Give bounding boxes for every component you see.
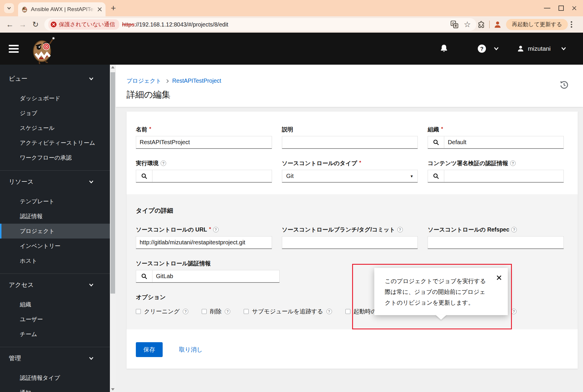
sidebar-group-views[interactable]: ビュー [0,72,110,85]
required-asterisk: * [441,126,443,132]
organization-input[interactable] [444,136,563,148]
nav-toggle-icon[interactable] [9,45,19,53]
sidebar-item-users[interactable]: ユーザー [0,312,110,327]
restart-to-update-button[interactable]: 再起動して更新する [506,19,568,30]
scm-url-label: ソースコントロールの URL [136,226,207,234]
help-icon[interactable]: ? [511,227,517,232]
revision-update-popover: このプロジェクトでジョブを実行する際は常に、ジョブの開始前にプロジェクトのリビジ… [374,268,508,315]
browser-window: Ansible AWX | RestAPITestProje + ← → ↻ 保… [0,0,583,392]
browser-menu-icon[interactable] [571,21,572,28]
track-submodules-checkbox[interactable] [244,309,249,314]
help-caret-icon[interactable] [494,47,499,50]
sidebar-item-credentials[interactable]: 認証情報 [0,209,110,224]
popover-close-icon[interactable] [496,275,502,281]
scm-branch-input[interactable] [282,236,418,248]
organization-label: 組織 [428,126,439,133]
field-organization: 組織* [428,126,564,149]
breadcrumb-projects-link[interactable]: プロジェクト [127,77,161,85]
sidebar-item-teams[interactable]: チーム [0,327,110,342]
help-icon[interactable]: ? [475,42,489,55]
update-revision-on-launch-checkbox[interactable] [345,309,350,314]
sidebar-item-hosts[interactable]: ホスト [0,253,110,268]
sidebar-group-label: ビュー [9,75,27,83]
help-icon[interactable]: ? [161,160,166,166]
execution-environment-input[interactable] [152,170,272,182]
sidebar-item-notifications[interactable]: 通知 [0,385,110,392]
scrollbar-up-arrow[interactable] [110,65,116,70]
name-input[interactable] [136,136,272,148]
sidebar-item-activity-stream[interactable]: アクティビティーストリーム [0,135,110,150]
scm-credential-label: ソースコントロール認証情報 [136,259,211,267]
sidebar-item-workflow-approvals[interactable]: ワークフローの承認 [0,150,110,165]
translate-icon[interactable]: G [449,20,459,29]
clean-checkbox[interactable] [136,309,141,314]
sidebar-item-templates[interactable]: テンプレート [0,194,110,209]
scm-url-input[interactable] [136,236,272,248]
scrollbar-down-arrow[interactable] [110,387,116,392]
scrollbar-thumb[interactable] [110,72,115,294]
back-button[interactable]: ← [3,18,16,31]
browser-tab[interactable]: Ansible AWX | RestAPITestProje [18,2,106,16]
help-icon[interactable]: ? [510,160,516,166]
help-icon[interactable]: ? [511,309,517,314]
sidebar-item-credential-types[interactable]: 認証情報タイプ [0,370,110,385]
sidebar-item-inventories[interactable]: インベントリー [0,239,110,253]
minimize-icon[interactable] [544,8,550,9]
sidebar-item-projects[interactable]: プロジェクト [0,224,110,239]
security-chip-label: 保護されていない通信 [59,21,115,28]
sidebar-scrollbar[interactable] [110,65,116,392]
description-input[interactable] [282,136,418,148]
sidebar-item-jobs[interactable]: ジョブ [0,106,110,121]
cancel-button[interactable]: 取り消し [179,346,203,354]
tab-close-icon[interactable] [97,7,102,12]
help-icon[interactable]: ? [183,309,188,314]
sidebar-group-resources[interactable]: リソース [0,175,110,188]
help-icon[interactable]: ? [225,309,230,314]
scm-refspec-input[interactable] [428,236,563,248]
scm-credential-search-icon[interactable] [136,270,152,282]
window-controls [544,6,583,11]
field-scm-type: ソースコントロールのタイプ* Git ▾ [282,159,418,183]
field-scm-refspec: ソースコントロールの Refspec? [428,226,564,249]
security-chip[interactable]: 保護されていない通信 [48,19,119,30]
awx-mascot-logo [31,36,56,64]
sidebar-item-schedules[interactable]: スケジュール [0,121,110,135]
sidebar-divider [0,273,110,274]
sidebar-item-organizations[interactable]: 組織 [0,297,110,312]
bookmark-star-icon[interactable]: ☆ [462,20,472,29]
forward-button[interactable]: → [16,18,29,31]
sidebar-item-dashboard[interactable]: ダッシュボード [0,91,110,106]
save-button[interactable]: 保存 [136,342,163,357]
scm-type-select[interactable]: Git ▾ [282,170,418,183]
breadcrumb-project-name-link[interactable]: RestAPITestProject [172,77,221,84]
scm-type-label: ソースコントロールのタイプ [282,159,357,167]
address-bar[interactable]: 保護されていない通信 https://192.168.1.12:8043/#/p… [44,18,476,31]
type-details-heading: タイプの詳細 [136,206,564,215]
maximize-icon[interactable] [559,6,564,11]
signature-credential-search-icon[interactable] [428,170,444,182]
new-tab-button[interactable]: + [111,4,116,13]
notifications-bell-icon[interactable] [437,42,451,55]
help-icon[interactable]: ? [326,309,332,314]
user-menu[interactable]: mizutani [517,45,566,52]
profile-avatar-icon[interactable] [493,20,503,29]
signature-credential-input[interactable] [444,170,563,182]
extensions-icon[interactable] [476,20,486,29]
delete-checkbox[interactable] [202,309,207,314]
reload-button[interactable]: ↻ [29,18,42,31]
help-icon[interactable]: ? [213,227,219,232]
chevron-down-icon [89,283,94,287]
help-icon[interactable]: ? [397,227,403,232]
chevron-down-icon [89,180,94,183]
scm-credential-input[interactable] [152,270,279,282]
tab-search-button[interactable] [4,3,14,13]
sidebar-group-administration[interactable]: 管理 [0,352,110,365]
execution-environment-search-icon[interactable] [136,170,152,182]
url-text[interactable]: https://192.168.1.12:8043/#/projects/8/e… [122,21,447,28]
username-label: mizutani [528,45,551,52]
organization-search-icon[interactable] [428,136,444,148]
history-icon[interactable] [559,80,569,91]
chevron-down-icon [89,77,94,80]
sidebar-group-access[interactable]: アクセス [0,278,110,291]
window-close-icon[interactable] [572,6,577,10]
